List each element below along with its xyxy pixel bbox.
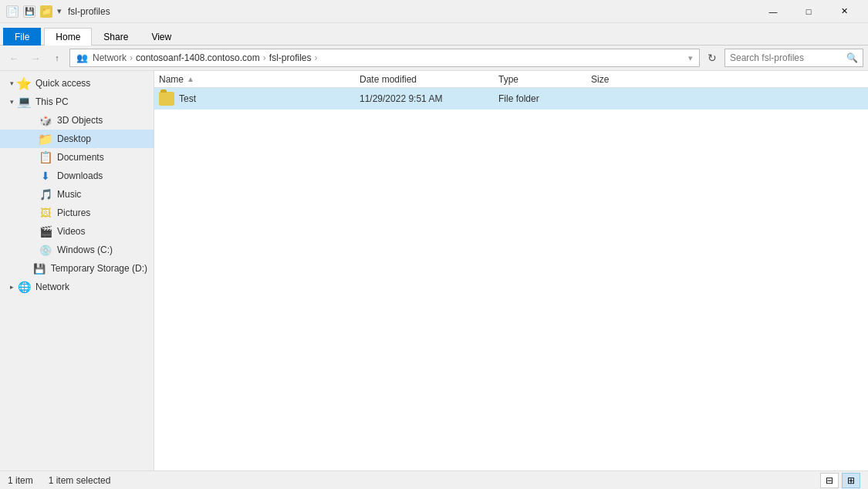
col-header-name[interactable]: Name ▲ (159, 74, 360, 85)
downloads-icon: ⬇ (39, 169, 52, 183)
col-header-date[interactable]: Date modified (360, 74, 498, 85)
sidebar-item-windows-c[interactable]: ▸ 💿 Windows (C:) (0, 241, 154, 259)
sidebar-label-music: Music (57, 189, 81, 200)
sidebar-label-videos: Videos (57, 226, 85, 237)
col-name-label: Name (159, 74, 184, 85)
file-type-cell: File folder (498, 93, 591, 104)
col-type-label: Type (498, 74, 518, 85)
address-box[interactable]: 👥 Network › contosoanf-1408.contoso.com … (69, 49, 700, 67)
breadcrumb-network: 👥 (76, 52, 88, 63)
status-left: 1 item 1 item selected (8, 475, 110, 486)
tab-home[interactable]: Home (44, 28, 92, 46)
sidebar-label-network: Network (35, 282, 69, 292)
col-header-size[interactable]: Size (591, 74, 668, 85)
sidebar-label-documents: Documents (57, 152, 104, 163)
sidebar-label-pictures: Pictures (57, 207, 90, 218)
minimize-button[interactable]: — (755, 0, 791, 23)
status-bar: 1 item 1 item selected ⊟ ⊞ (0, 470, 868, 489)
3d-objects-icon: 🎲 (39, 113, 52, 127)
expand-network: ▸ (6, 283, 17, 291)
breadcrumb-folder: fsl-profiles (269, 52, 312, 63)
folder-title-icon: 📁 (40, 5, 52, 18)
col-size-label: Size (591, 74, 609, 85)
sidebar: ▾ ⭐ Quick access ▾ 💻 This PC ▸ 🎲 3D Obje… (0, 71, 154, 470)
sidebar-item-this-pc[interactable]: ▾ 💻 This PC (0, 93, 154, 111)
back-button[interactable]: ← (5, 49, 23, 67)
sep3: › (314, 52, 317, 63)
file-type: File folder (498, 93, 539, 104)
sep1: › (130, 52, 133, 63)
status-right: ⊟ ⊞ (820, 473, 860, 488)
sidebar-item-documents[interactable]: ▸ 📋 Documents (0, 148, 154, 167)
windows-c-icon: 💿 (39, 243, 52, 257)
details-view-button[interactable]: ⊟ (820, 473, 839, 488)
sidebar-label-this-pc: This PC (35, 96, 69, 107)
title-bar: 📄 💾 📁 ▾ fsl-profiles — □ ✕ (0, 0, 868, 23)
sidebar-item-quick-access[interactable]: ▾ ⭐ Quick access (0, 74, 154, 93)
col-header-type[interactable]: Type (498, 74, 591, 85)
sidebar-label-windows-c: Windows (C:) (57, 244, 113, 255)
music-icon: 🎵 (39, 187, 52, 201)
sidebar-item-pictures[interactable]: ▸ 🖼 Pictures (0, 204, 154, 222)
sidebar-label-temp-d: Temporary Storage (D:) (51, 263, 147, 274)
sidebar-label-downloads: Downloads (57, 170, 103, 181)
sidebar-item-3d-objects[interactable]: ▸ 🎲 3D Objects (0, 111, 154, 130)
pictures-icon: 🖼 (39, 206, 52, 220)
sidebar-item-desktop[interactable]: ▸ 📁 Desktop (0, 130, 154, 148)
file-date-cell: 11/29/2022 9:51 AM (360, 93, 498, 104)
ribbon-tabs: File Home Share View (0, 23, 868, 45)
ribbon: File Home Share View (0, 23, 868, 46)
file-name: Test (179, 93, 196, 104)
item-count: 1 item (8, 475, 33, 486)
sidebar-item-music[interactable]: ▸ 🎵 Music (0, 185, 154, 204)
desktop-icon: 📁 (39, 132, 52, 146)
col-date-label: Date modified (360, 74, 417, 85)
page-icon: 📄 (6, 5, 19, 18)
folder-icon (159, 92, 174, 106)
this-pc-icon: 💻 (17, 95, 31, 109)
address-bar-area: ← → ↑ 👥 Network › contosoanf-1408.contos… (0, 46, 868, 71)
expand-arrow-pc: ▾ (6, 98, 17, 106)
quick-access-icon: ⭐ (17, 76, 31, 90)
search-box[interactable]: 🔍 (724, 49, 863, 67)
selected-count: 1 item selected (49, 475, 111, 486)
list-view-button[interactable]: ⊞ (842, 473, 860, 488)
sidebar-label-3d-objects: 3D Objects (57, 115, 103, 126)
videos-icon: 🎬 (39, 224, 52, 238)
table-row[interactable]: Test 11/29/2022 9:51 AM File folder (154, 88, 868, 110)
window-title: fsl-profiles (68, 6, 755, 17)
search-input[interactable] (730, 52, 846, 63)
main-content: ▾ ⭐ Quick access ▾ 💻 This PC ▸ 🎲 3D Obje… (0, 71, 868, 470)
forward-button[interactable]: → (26, 49, 45, 67)
sep2: › (263, 52, 266, 63)
refresh-button[interactable]: ↻ (703, 49, 721, 67)
sort-arrow: ▲ (187, 75, 194, 83)
expand-arrow-quick: ▾ (6, 79, 17, 87)
breadcrumb-network-label: Network (93, 52, 127, 63)
sidebar-item-network[interactable]: ▸ 🌐 Network (0, 278, 154, 296)
address-dropdown-arrow: ▾ (688, 53, 693, 63)
breadcrumb-server: contosoanf-1408.contoso.com (136, 52, 260, 63)
close-button[interactable]: ✕ (826, 0, 862, 23)
temp-d-icon: 💾 (32, 261, 46, 275)
save-icon: 💾 (23, 5, 35, 18)
column-header: Name ▲ Date modified Type Size (154, 71, 868, 88)
sidebar-label-desktop: Desktop (57, 133, 91, 144)
tab-file[interactable]: File (3, 28, 41, 46)
sidebar-item-downloads[interactable]: ▸ ⬇ Downloads (0, 167, 154, 185)
up-button[interactable]: ↑ (48, 49, 66, 67)
tab-share[interactable]: Share (92, 28, 140, 46)
tab-view[interactable]: View (140, 28, 183, 46)
sidebar-item-temp-d[interactable]: ▸ 💾 Temporary Storage (D:) (0, 259, 154, 278)
search-icon: 🔍 (846, 52, 858, 63)
sidebar-label-quick-access: Quick access (35, 78, 90, 89)
file-name-cell: Test (159, 92, 360, 106)
title-bar-icons: 📄 💾 📁 ▾ (6, 5, 62, 18)
sidebar-item-videos[interactable]: ▸ 🎬 Videos (0, 222, 154, 241)
file-date: 11/29/2022 9:51 AM (360, 93, 442, 104)
window-controls: — □ ✕ (755, 0, 862, 23)
maximize-button[interactable]: □ (791, 0, 826, 23)
file-list-container: Name ▲ Date modified Type Size Test 11/2… (154, 71, 868, 470)
documents-icon: 📋 (39, 150, 52, 164)
network-icon: 🌐 (17, 280, 31, 294)
